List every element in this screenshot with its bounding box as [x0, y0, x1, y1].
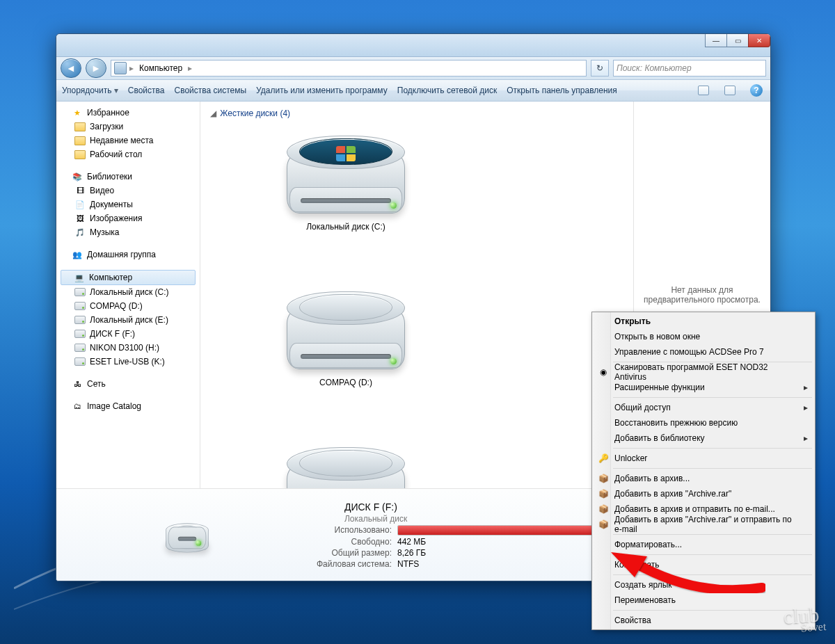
preview-empty-message: Нет данных для предварительного просмотр… [639, 285, 765, 305]
sidebar-item-images[interactable]: 🖼Изображения [59, 211, 197, 225]
sidebar-libraries-header[interactable]: 📚Библиотеки [59, 170, 197, 184]
preview-pane-button[interactable] [722, 82, 738, 99]
ctx-create-shortcut[interactable]: Создать ярлык [594, 577, 813, 593]
disk-icon [74, 300, 86, 312]
sidebar-item-drive-c[interactable]: Локальный диск (C:) [59, 285, 197, 299]
ctx-add-to-library[interactable]: Добавить в библиотеку▸ [594, 430, 813, 446]
minimize-button[interactable]: — [705, 34, 727, 47]
hard-disk-icon [280, 283, 412, 373]
search-input[interactable]: Поиск: Компьютер [613, 60, 766, 77]
ctx-copy[interactable]: Копировать [594, 557, 813, 572]
view-options-button[interactable] [695, 82, 712, 99]
drive-label: COMPAQ (D:) [241, 378, 450, 387]
breadcrumb-separator: ▸ [188, 63, 192, 73]
sidebar-item-desktop[interactable]: Рабочий стол [59, 147, 197, 161]
address-bar[interactable]: ▸ Компьютер ▸ [111, 60, 587, 77]
forward-button[interactable]: ► [86, 58, 106, 78]
navigation-bar: ◄ ► ▸ Компьютер ▸ ↻ Поиск: Компьютер [56, 57, 770, 80]
ctx-rar-add-named[interactable]: 📦Добавить в архив "Archive.rar" [594, 486, 813, 501]
sidebar-item-documents[interactable]: 📄Документы [59, 198, 197, 211]
ctx-restore-version[interactable]: Восстановить прежнюю версию [594, 415, 813, 430]
submenu-arrow-icon: ▸ [804, 383, 808, 392]
sidebar-item-music[interactable]: 🎵Музыка [59, 225, 197, 239]
catalog-icon: 🗂 [72, 401, 83, 412]
libraries-icon: 📚 [72, 171, 83, 182]
disk-icon [74, 314, 86, 325]
winrar-icon: 📦 [598, 473, 609, 484]
navigation-pane: ★Избранное Загрузки Недавние места Рабоч… [56, 102, 200, 488]
details-total-label: Общий размер: [317, 548, 392, 558]
homegroup-icon: 👥 [72, 249, 83, 260]
ctx-rar-named-email[interactable]: 📦Добавить в архив "Archive.rar" и отправ… [594, 517, 813, 532]
context-menu: Открыть Открыть в новом окне Управление … [591, 312, 816, 630]
sidebar-image-catalog-header[interactable]: 🗂Image Catalog [59, 399, 197, 413]
drive-e[interactable]: Локальный диск (E:) [237, 434, 455, 488]
submenu-arrow-icon: ▸ [804, 403, 808, 412]
sidebar-item-downloads[interactable]: Загрузки [59, 120, 197, 134]
sidebar-item-video[interactable]: 🎞Видео [59, 184, 197, 198]
sidebar-item-drive-d[interactable]: COMPAQ (D:) [59, 299, 197, 313]
computer-icon: 💻 [74, 272, 85, 283]
image-icon: 🖼 [74, 213, 86, 224]
refresh-button[interactable]: ↻ [591, 60, 609, 77]
command-bar: Упорядочить Свойства Свойства системы Уд… [56, 80, 770, 102]
open-control-panel-button[interactable]: Открыть панель управления [507, 86, 617, 95]
disk-icon [74, 328, 86, 339]
help-button[interactable]: ? [748, 82, 765, 99]
document-icon: 📄 [74, 199, 86, 210]
ctx-unlocker[interactable]: 🔑Unlocker [594, 451, 813, 466]
disk-icon [74, 342, 86, 353]
hard-disk-icon [159, 516, 214, 554]
unlocker-icon: 🔑 [598, 453, 609, 464]
sidebar-item-drive-h[interactable]: NIKON D3100 (H:) [59, 341, 197, 355]
hard-disk-icon [280, 127, 412, 218]
system-properties-button[interactable]: Свойства системы [174, 86, 246, 95]
sidebar-network-header[interactable]: 🖧Сеть [59, 377, 197, 391]
ctx-rar-add[interactable]: 📦Добавить в архив... [594, 471, 813, 486]
drive-c[interactable]: Локальный диск (C:) [237, 122, 455, 236]
sidebar-item-recent[interactable]: Недавние места [59, 134, 197, 147]
map-network-drive-button[interactable]: Подключить сетевой диск [397, 86, 497, 95]
sidebar-item-drive-e[interactable]: Локальный диск (E:) [59, 313, 197, 327]
hard-disk-icon [280, 439, 412, 488]
details-used-label: Использовано: [317, 525, 392, 535]
ctx-acdsee[interactable]: Управление с помощью ACDSee Pro 7 [594, 344, 813, 360]
sidebar-homegroup-header[interactable]: 👥Домашняя группа [59, 248, 197, 261]
submenu-arrow-icon: ▸ [804, 433, 808, 443]
winrar-icon: 📦 [598, 488, 609, 499]
drive-label: Локальный диск (C:) [241, 222, 450, 232]
ctx-format[interactable]: Форматировать... [594, 537, 813, 552]
ctx-open-new-window[interactable]: Открыть в новом окне [594, 329, 813, 344]
drive-d[interactable]: COMPAQ (D:) [237, 278, 455, 392]
ctx-open[interactable]: Открыть [594, 314, 813, 329]
winrar-icon: 📦 [598, 504, 609, 515]
organize-menu[interactable]: Упорядочить [62, 86, 118, 95]
maximize-button[interactable]: ▭ [726, 34, 749, 47]
sidebar-item-drive-k[interactable]: ESET Live-USB (K:) [59, 355, 197, 369]
sidebar-item-drive-f[interactable]: ДИСК F (F:) [59, 327, 197, 341]
ctx-share[interactable]: Общий доступ▸ [594, 400, 813, 415]
uninstall-program-button[interactable]: Удалить или изменить программу [256, 86, 388, 95]
sidebar-computer-header[interactable]: 💻Компьютер [61, 270, 196, 285]
sidebar-favorites-header[interactable]: ★Избранное [59, 106, 197, 120]
breadcrumb-separator: ▸ [129, 63, 134, 73]
breadcrumb-computer[interactable]: Компьютер [136, 63, 185, 73]
properties-button[interactable]: Свойства [128, 86, 165, 95]
ctx-advanced[interactable]: Расширенные функции▸ [594, 380, 813, 395]
close-button[interactable]: ✕ [748, 34, 770, 47]
disk-icon [74, 356, 86, 367]
back-button[interactable]: ◄ [61, 58, 81, 78]
titlebar[interactable]: — ▭ ✕ [56, 34, 770, 57]
folder-icon [74, 121, 86, 132]
ctx-properties[interactable]: Свойства [594, 613, 813, 628]
ctx-rename[interactable]: Переименовать [594, 593, 813, 608]
group-header-hdd[interactable]: ◢ Жесткие диски (4) [209, 107, 625, 122]
folder-icon [74, 135, 86, 146]
disk-icon [74, 287, 86, 298]
content-area[interactable]: ◢ Жесткие диски (4) Локальный диск (C:) … [200, 102, 633, 488]
windows-logo-icon [336, 146, 356, 161]
winrar-icon: 📦 [598, 519, 609, 530]
network-icon: 🖧 [72, 378, 83, 389]
computer-icon [114, 62, 127, 74]
ctx-eset-scan[interactable]: ◉Сканировать программой ESET NOD32 Antiv… [594, 364, 813, 380]
